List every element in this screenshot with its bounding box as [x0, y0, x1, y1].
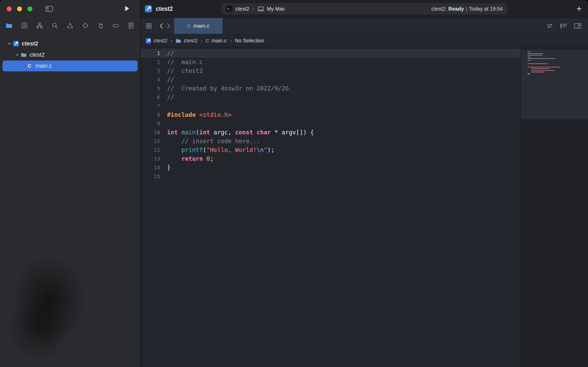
- tree-item-label: ctest2: [22, 40, 38, 47]
- code-line[interactable]: 4//: [140, 75, 521, 84]
- code-line[interactable]: 1//: [140, 49, 521, 58]
- xcode-project-icon: [13, 41, 19, 47]
- line-number: 14: [140, 163, 160, 172]
- zoom-button[interactable]: [27, 6, 32, 11]
- disclosure-chevron-icon[interactable]: [6, 42, 13, 45]
- debug-navigator-tab[interactable]: [96, 21, 105, 30]
- breakpoint-navigator-tab[interactable]: [111, 21, 121, 30]
- symbols-navigator-tab[interactable]: [35, 21, 44, 30]
- go-forward-button[interactable]: [167, 23, 170, 29]
- code-text: //: [167, 75, 174, 84]
- code-text: //: [167, 49, 174, 58]
- code-text: // insert code here...: [167, 137, 260, 146]
- minimap-bar: [527, 53, 544, 54]
- minimap-lines-icon: [560, 23, 567, 29]
- c-file-icon: C: [206, 38, 209, 44]
- xcode-app-icon: [145, 5, 152, 13]
- code-text: // main.c: [167, 58, 203, 66]
- tab-main-c[interactable]: C main.c: [174, 18, 223, 34]
- chevron-separator: ›: [170, 37, 172, 44]
- code-line[interactable]: 15: [140, 172, 521, 181]
- toggle-sidebar-button[interactable]: [45, 5, 53, 12]
- issue-navigator-tab[interactable]: [65, 21, 75, 30]
- activity-view: >_ ctest2 › My Mac ctest2: Ready | Today…: [222, 3, 507, 14]
- code-line[interactable]: 12 printf("Hello, World!\n");: [140, 146, 521, 154]
- library-add-button[interactable]: +: [576, 4, 582, 13]
- code-text: // ctest2: [167, 66, 203, 75]
- source-editor: 1//2// main.c3// ctest24//5// Created by…: [140, 48, 588, 367]
- code-line[interactable]: 6//: [140, 93, 521, 102]
- code-review-button[interactable]: [546, 23, 553, 29]
- jumpbar-file[interactable]: main.c: [212, 38, 227, 44]
- code-line[interactable]: 5// Created by 4nsw3r on 2022/9/26.: [140, 84, 521, 93]
- code-text: printf("Hello, World!\n");: [167, 146, 274, 154]
- report-navigator-tab[interactable]: [126, 21, 136, 30]
- code-text: //: [167, 93, 174, 102]
- minimap-bar: [527, 63, 548, 64]
- line-number: 1: [140, 49, 160, 58]
- code-line[interactable]: 8#include <stdio.h>: [140, 110, 521, 119]
- jumpbar-group[interactable]: ctest2: [184, 38, 198, 44]
- divider: [156, 22, 156, 29]
- search-icon: [51, 22, 58, 29]
- c-file-icon: C: [26, 63, 33, 69]
- diamond-icon: [82, 22, 89, 29]
- status-divider: |: [466, 6, 467, 12]
- folder-icon: [21, 52, 27, 57]
- run-button[interactable]: [124, 5, 130, 12]
- tree-item-file-selected[interactable]: C main.c: [3, 60, 138, 71]
- minimize-button[interactable]: [17, 6, 22, 11]
- editor-tab-bar: C main.c: [140, 18, 588, 34]
- xcode-window: ctest2 ctest2 C main.c: [0, 0, 588, 367]
- code-editor[interactable]: 1//2// main.c3// ctest24//5// Created by…: [140, 48, 521, 367]
- jumpbar-selection[interactable]: No Selection: [235, 38, 264, 44]
- scheme-selector[interactable]: >_ ctest2 › My Mac: [226, 5, 285, 12]
- destination-name[interactable]: My Mac: [267, 6, 285, 12]
- jump-bar: ctest2 › ctest2 › C main.c › No Selectio…: [140, 34, 588, 48]
- code-line[interactable]: 13 return 0;: [140, 154, 521, 163]
- code-line[interactable]: 2// main.c: [140, 58, 521, 66]
- related-items-button[interactable]: [146, 23, 152, 29]
- minimap-bar: [527, 73, 530, 74]
- window-title: ctest2: [156, 5, 173, 12]
- close-button[interactable]: [7, 6, 12, 11]
- tree-item-project[interactable]: ctest2: [3, 38, 138, 49]
- adjust-editor-options-button[interactable]: [560, 23, 567, 29]
- line-number: 8: [140, 110, 160, 119]
- play-icon: [124, 5, 130, 12]
- minimap-bar: [531, 70, 555, 71]
- code-line[interactable]: 9: [140, 119, 521, 128]
- folder-icon: [6, 22, 12, 29]
- project-navigator-tab[interactable]: [4, 21, 14, 30]
- code-line[interactable]: 7: [140, 102, 521, 110]
- tree-item-group[interactable]: ctest2: [3, 49, 138, 60]
- disclosure-chevron-icon[interactable]: [13, 53, 21, 56]
- window-controls: [0, 6, 32, 11]
- status-state: Ready: [448, 6, 464, 12]
- code-line[interactable]: 10int main(int argc, const char * argv[]…: [140, 128, 521, 137]
- code-line[interactable]: 11 // insert code here...: [140, 137, 521, 146]
- test-navigator-tab[interactable]: [80, 21, 90, 30]
- find-navigator-tab[interactable]: [50, 21, 60, 30]
- minimap[interactable]: [521, 48, 588, 367]
- line-number: 11: [140, 137, 160, 146]
- tree-item-label: main.c: [35, 63, 52, 69]
- main-toolbar: ctest2 >_ ctest2 › My Mac ctest2: Ready: [140, 0, 588, 18]
- jumpbar-project[interactable]: ctest2: [154, 38, 167, 44]
- warning-triangle-icon: [67, 22, 73, 29]
- code-line[interactable]: 3// ctest2: [140, 66, 521, 75]
- scheme-target-icon: >_: [226, 5, 233, 12]
- minimap-bar: [527, 60, 531, 61]
- line-number: 5: [140, 84, 160, 93]
- code-line[interactable]: 14}: [140, 163, 521, 172]
- activity-status: ctest2: Ready | Today at 19:54: [431, 6, 503, 12]
- add-editor-button[interactable]: [574, 23, 581, 29]
- go-back-button[interactable]: [160, 23, 163, 29]
- code-text: return 0;: [167, 154, 214, 163]
- scheme-name[interactable]: ctest2: [236, 6, 249, 12]
- source-control-navigator-tab[interactable]: [19, 21, 29, 30]
- line-number: 2: [140, 58, 160, 66]
- line-number: 3: [140, 66, 160, 75]
- chevron-separator: ›: [230, 37, 232, 44]
- line-number: 15: [140, 172, 160, 181]
